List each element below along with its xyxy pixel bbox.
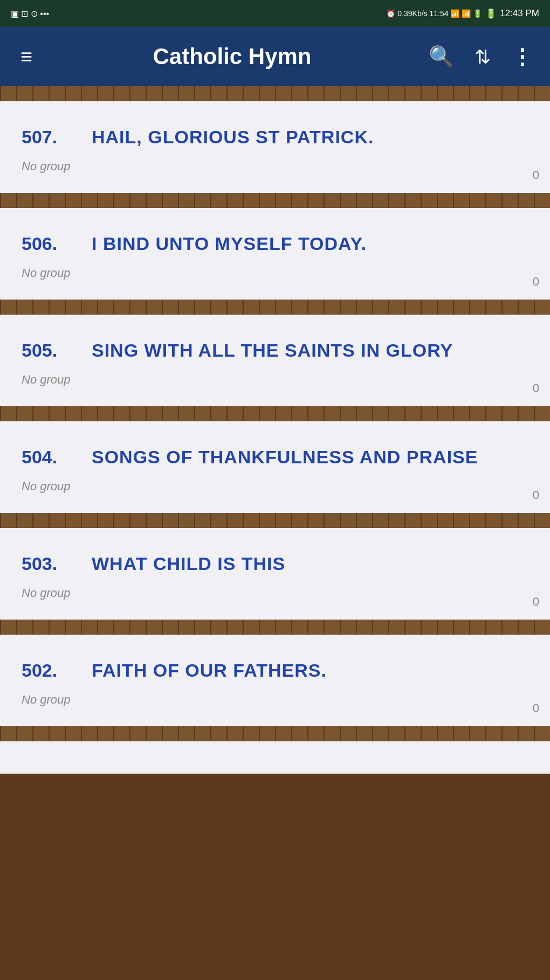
hymn-title-row: 505. SING WITH ALL THE SAINTS IN GLORY	[22, 340, 534, 361]
hymn-number: 503.	[22, 553, 70, 574]
sort-button[interactable]: ⇅	[469, 41, 496, 73]
hymn-count: 0	[533, 275, 539, 289]
hymn-group: No group	[22, 586, 71, 600]
hymn-title: SING WITH ALL THE SAINTS IN GLORY	[92, 340, 453, 361]
hymn-card[interactable]: 506. I BIND UNTO MYSELF TODAY. No group …	[0, 208, 550, 300]
hymn-group: No group	[22, 373, 71, 387]
more-icon: ⋮	[511, 45, 533, 68]
hymn-list: 507. HAIL, GLORIOUS ST PATRICK. No group…	[0, 86, 550, 774]
bg-divider	[0, 300, 550, 315]
hymn-card[interactable]: 502. FAITH OF OUR FATHERS. No group 0	[0, 635, 550, 726]
hymn-meta-row: No group	[22, 371, 534, 387]
status-bar-left: ▣ ⊡ ⊙ •••	[11, 9, 49, 19]
battery-icon: 🔋	[485, 8, 497, 19]
hymn-card-inner: 503. WHAT CHILD IS THIS No group	[22, 553, 534, 600]
hymn-number: 506.	[22, 233, 70, 254]
hymn-meta-row: No group	[22, 477, 534, 494]
hymn-meta-row: No group	[22, 584, 534, 600]
hymn-number: 502.	[22, 660, 70, 681]
hymn-card-inner: 505. SING WITH ALL THE SAINTS IN GLORY N…	[22, 340, 534, 387]
hymn-number: 507.	[22, 127, 70, 148]
menu-button[interactable]: ≡	[13, 41, 40, 73]
more-options-button[interactable]: ⋮	[507, 40, 537, 73]
hymn-count: 0	[533, 168, 539, 182]
hymn-title-row: 506. I BIND UNTO MYSELF TODAY.	[22, 233, 534, 254]
bg-divider	[0, 513, 550, 528]
hymn-count: 0	[533, 595, 539, 609]
hymn-title-row: 502. FAITH OF OUR FATHERS.	[22, 660, 534, 681]
hymn-count: 0	[533, 701, 539, 715]
hymn-title-row: 507. HAIL, GLORIOUS ST PATRICK.	[22, 127, 534, 148]
hymn-meta-row: No group	[22, 691, 534, 707]
network-speed: ⏰ 0.39Kb/s 11:54 📶 📶 🔋	[386, 9, 482, 18]
bg-divider	[0, 193, 550, 208]
hymn-group: No group	[22, 693, 71, 707]
bg-divider	[0, 86, 550, 101]
notification-icons: ▣ ⊡ ⊙ •••	[11, 9, 49, 19]
bg-divider	[0, 406, 550, 421]
hymn-card-inner: 507. HAIL, GLORIOUS ST PATRICK. No group	[22, 127, 534, 173]
hymn-title: SONGS OF THANKFULNESS AND PRAISE	[92, 447, 478, 468]
hymn-group: No group	[22, 479, 71, 494]
hymn-count: 0	[533, 381, 539, 395]
hymn-number: 504.	[22, 447, 70, 468]
hymn-card[interactable]: 507. HAIL, GLORIOUS ST PATRICK. No group…	[0, 101, 550, 193]
status-bar-right: ⏰ 0.39Kb/s 11:54 📶 📶 🔋 🔋 12:43 PM	[386, 8, 539, 19]
hymn-card-inner: 504. SONGS OF THANKFULNESS AND PRAISE No…	[22, 447, 534, 494]
clock: 12:43 PM	[500, 8, 539, 19]
hymn-title-row: 503. WHAT CHILD IS THIS	[22, 553, 534, 574]
hymn-card[interactable]: 505. SING WITH ALL THE SAINTS IN GLORY N…	[0, 315, 550, 406]
hymn-title: WHAT CHILD IS THIS	[92, 553, 285, 574]
status-bar: ▣ ⊡ ⊙ ••• ⏰ 0.39Kb/s 11:54 📶 📶 🔋 🔋 12:43…	[0, 0, 550, 27]
hymn-card-inner: 502. FAITH OF OUR FATHERS. No group	[22, 660, 534, 707]
bg-divider	[0, 620, 550, 635]
hymn-meta-row: No group	[22, 157, 534, 173]
app-bar: ≡ Catholic Hymn 🔍 ⇅ ⋮	[0, 27, 550, 86]
hymn-number: 505.	[22, 340, 70, 361]
hymn-card[interactable]: 503. WHAT CHILD IS THIS No group 0	[0, 528, 550, 620]
hymn-meta-row: No group	[22, 264, 534, 280]
hymn-card[interactable]: 504. SONGS OF THANKFULNESS AND PRAISE No…	[0, 421, 550, 513]
hymn-group: No group	[22, 266, 71, 280]
hymn-card-inner: 506. I BIND UNTO MYSELF TODAY. No group	[22, 233, 534, 280]
hamburger-icon: ≡	[20, 45, 32, 68]
hymn-group: No group	[22, 159, 71, 173]
hymn-title: I BIND UNTO MYSELF TODAY.	[92, 233, 367, 254]
hymn-title-row: 504. SONGS OF THANKFULNESS AND PRAISE	[22, 447, 534, 468]
hymn-title: FAITH OF OUR FATHERS.	[92, 660, 327, 681]
hymn-title: HAIL, GLORIOUS ST PATRICK.	[92, 127, 374, 148]
hymn-count: 0	[533, 488, 539, 502]
app-title: Catholic Hymn	[51, 44, 414, 69]
search-button[interactable]: 🔍	[424, 40, 458, 73]
search-icon: 🔍	[429, 45, 454, 68]
sort-icon: ⇅	[475, 46, 491, 68]
partial-hymn-card	[0, 741, 550, 774]
bg-divider-final	[0, 726, 550, 741]
